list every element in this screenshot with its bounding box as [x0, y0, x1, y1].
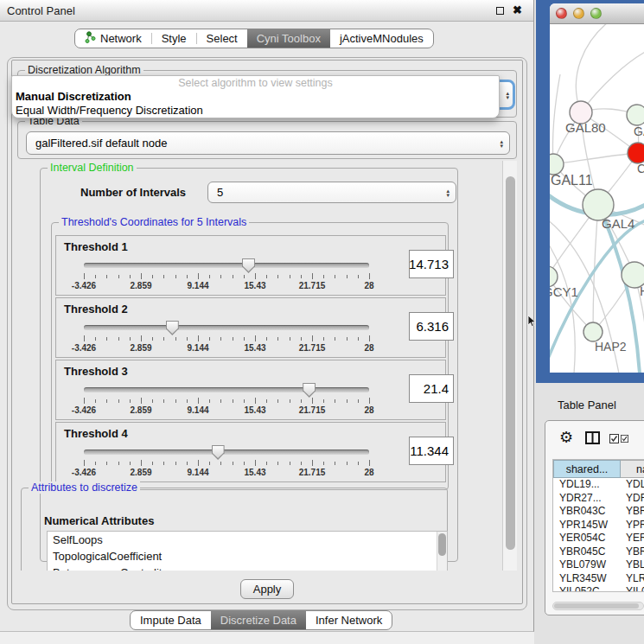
close-icon[interactable]: ✖	[513, 3, 522, 16]
algorithm-group-title: Discretization Algorithm	[25, 64, 143, 76]
float-window-icon[interactable]	[496, 7, 504, 15]
slider-thumb[interactable]	[212, 445, 225, 460]
table-cell[interactable]: YBR045C	[553, 545, 621, 559]
table-cell[interactable]: YDR2	[621, 492, 644, 506]
attributes-list-scrollbar[interactable]	[437, 532, 447, 571]
tab-jactivemnodules[interactable]: jActiveMNodules	[330, 29, 433, 48]
table-cell[interactable]: YBL0	[621, 558, 644, 572]
slider-scale-labels: -3.4262.8599.14415.4321.71528	[84, 343, 369, 354]
attributes-groupbox: Attributes to discretize Numerical Attri…	[21, 488, 448, 571]
table-row[interactable]: YPR145WYPR1	[553, 519, 644, 532]
column-layout-icon[interactable]	[585, 431, 600, 448]
table-row[interactable]: YLR345WYLR3	[553, 572, 644, 586]
threshold-label: Threshold 2	[64, 303, 128, 316]
node-label: GCY1	[550, 284, 578, 299]
tab-discretize-data[interactable]: Discretize Data	[211, 611, 306, 629]
table-cell[interactable]: YPR145W	[553, 519, 621, 532]
select-columns-checkbox-icons[interactable]	[609, 434, 628, 443]
table-cell[interactable]: YBR043C	[553, 505, 621, 519]
table-cell[interactable]: YDL19...	[553, 478, 621, 492]
table-cell[interactable]: YDR27...	[553, 492, 621, 506]
threshold-3-slider[interactable]: -3.4262.8599.14415.4321.71528	[84, 383, 369, 419]
threshold-2-slider[interactable]: -3.4262.8599.14415.4321.71528	[84, 321, 369, 357]
threshold-1-value-field[interactable]: 14.713	[409, 250, 454, 278]
table-cell[interactable]: YPR1	[621, 519, 644, 532]
table-cell[interactable]: YBR0	[621, 545, 644, 559]
table-panel-window: ⚙ shared...na YDL19...YDL1YDR27...YDR2YB…	[545, 420, 644, 615]
node-table: shared...na YDL19...YDL1YDR27...YDR2YBR0…	[552, 459, 644, 592]
network-node-GAL11[interactable]	[550, 154, 564, 175]
tab-infer-network[interactable]: Infer Network	[306, 611, 392, 629]
table-cell[interactable]: YBR0	[621, 505, 644, 519]
table-cell[interactable]: YER054C	[553, 532, 621, 545]
zoom-traffic-light-icon[interactable]	[590, 8, 602, 19]
network-canvas[interactable]: GAL80GACGAL11GAL4GCY1HHAP2	[550, 24, 644, 373]
mouse-cursor	[527, 315, 537, 328]
table-row[interactable]: YBL079WYBL0	[553, 558, 644, 572]
list-item-betweennesscentrality[interactable]: BetweennessCentrality	[48, 564, 447, 571]
tab-label: Cyni Toolbox	[257, 32, 321, 45]
cyni-mode-tabstrip: Impute DataDiscretize DataInfer Network	[130, 610, 392, 630]
table-cell[interactable]: YBL079W	[553, 558, 621, 572]
attributes-group-title: Attributes to discretize	[29, 481, 140, 494]
table-data-combo[interactable]: galFiltered.sif default node ▴▾	[26, 131, 510, 155]
apply-button[interactable]: Apply	[240, 579, 294, 599]
column-header-na[interactable]: na	[621, 460, 644, 478]
table-cell[interactable]: YIL0	[621, 585, 644, 592]
num-intervals-combo[interactable]: 5 ▴▾	[207, 182, 456, 203]
slider-thumb[interactable]	[166, 321, 179, 335]
node-label: GAL11	[551, 173, 593, 188]
node-label: H	[640, 284, 644, 298]
slider-track[interactable]	[84, 450, 369, 455]
settings-gear-icon[interactable]: ⚙	[559, 428, 573, 447]
column-header-shared[interactable]: shared...	[553, 460, 621, 478]
slider-thumb[interactable]	[242, 258, 255, 273]
algorithm-option-equal-width-frequency-discretization[interactable]: Equal Width/Frequency Discretization	[12, 104, 499, 118]
table-cell[interactable]: YDL1	[621, 478, 644, 492]
table-cell[interactable]: YER0	[621, 532, 644, 545]
list-item-selfloops[interactable]: SelfLoops	[48, 532, 447, 548]
list-item-topologicalcoefficient[interactable]: TopologicalCoefficient	[48, 548, 447, 564]
table-horizontal-scrollbar[interactable]	[552, 602, 644, 610]
network-node-HAP2[interactable]	[583, 322, 603, 341]
node-label: C	[637, 162, 644, 175]
settings-scrollpane: Interval Definition Number of Intervals …	[17, 161, 517, 571]
tab-style[interactable]: Style	[152, 29, 196, 48]
slider-track[interactable]	[84, 387, 369, 392]
slider-thumb[interactable]	[303, 383, 316, 398]
threshold-4-value-field[interactable]: 11.344	[409, 437, 454, 465]
numerical-attributes-list[interactable]: SelfLoopsTopologicalCoefficientBetweenne…	[47, 531, 448, 571]
tab-cyni-toolbox[interactable]: Cyni Toolbox	[247, 29, 330, 48]
table-cell[interactable]: YIL052C	[553, 585, 621, 592]
tab-select[interactable]: Select	[197, 29, 247, 48]
threshold-4-slider[interactable]: -3.4262.8599.14415.4321.71528	[84, 445, 369, 481]
thresholds-groupbox: Threshold's Coordinates for 5 Intervals …	[51, 222, 449, 490]
tab-network[interactable]: Network	[75, 29, 151, 48]
threshold-2-value-field[interactable]: 6.316	[409, 312, 454, 341]
slider-track[interactable]	[84, 325, 369, 330]
threshold-3-group: Threshold 3-3.4262.8599.14415.4321.71528…	[55, 360, 446, 420]
threshold-3-value-field[interactable]: 21.4	[409, 374, 454, 403]
table-row[interactable]: YER054CYER0	[553, 532, 644, 545]
table-row[interactable]: YBR045CYBR0	[553, 545, 644, 559]
threshold-1-group: Threshold 1-3.4262.8599.14415.4321.71528…	[55, 235, 446, 296]
combo-spinner-icon: ▴▾	[500, 139, 503, 148]
network-node-node-red[interactable]	[628, 143, 644, 163]
table-row[interactable]: YDL19...YDL1	[553, 478, 644, 492]
network-edge	[581, 50, 644, 112]
threshold-1-slider[interactable]: -3.4262.8599.14415.4321.71528	[84, 258, 369, 295]
slider-track[interactable]	[84, 263, 369, 268]
settings-vertical-scrollbar[interactable]	[502, 161, 517, 571]
table-row[interactable]: YBR043CYBR0	[553, 505, 644, 519]
tab-impute-data[interactable]: Impute Data	[131, 611, 211, 629]
network-node-node-top-right[interactable]	[627, 105, 644, 125]
algorithm-option-manual-discretization[interactable]: Manual Discretization	[12, 90, 499, 104]
node-label: GA	[634, 124, 644, 138]
close-traffic-light-icon[interactable]	[556, 8, 567, 19]
minimize-traffic-light-icon[interactable]	[573, 8, 584, 19]
table-cell[interactable]: YLR345W	[553, 572, 621, 586]
table-row[interactable]: YDR27...YDR2	[553, 492, 644, 506]
table-cell[interactable]: YLR3	[621, 572, 644, 586]
table-row[interactable]: YIL052CYIL0	[553, 585, 644, 592]
slider-scale	[84, 459, 369, 466]
